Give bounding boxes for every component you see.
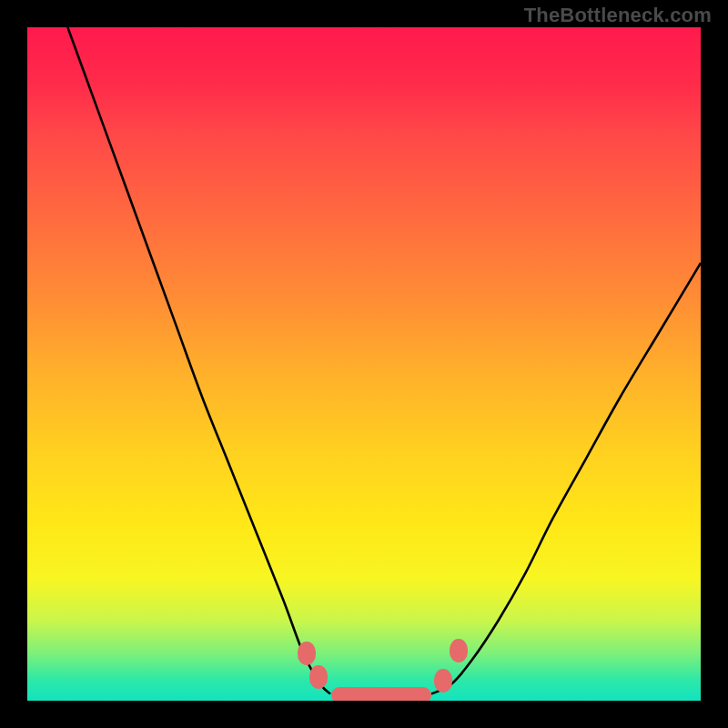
chart-frame: TheBottleneck.com xyxy=(0,0,728,728)
marker-0 xyxy=(298,642,316,665)
marker-layer xyxy=(27,27,701,701)
marker-2 xyxy=(331,687,431,701)
marker-4 xyxy=(450,639,468,662)
marker-1 xyxy=(309,665,328,689)
plot-area xyxy=(27,27,701,701)
attribution-label: TheBottleneck.com xyxy=(524,4,712,27)
marker-3 xyxy=(434,669,452,693)
